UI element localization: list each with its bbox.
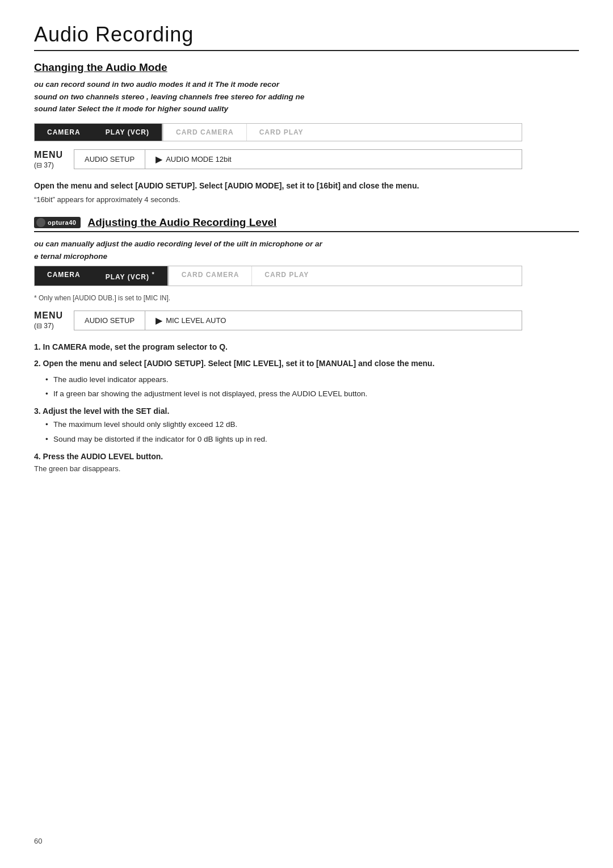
section2-intro: ou can manually adjust the audio recordi…: [34, 238, 579, 262]
section1-title: Changing the Audio Mode: [34, 61, 579, 74]
play-vcr-btn-2[interactable]: PLAY (VCR) *: [93, 266, 167, 286]
step-1: 1. In CAMERA mode, set the program selec…: [34, 341, 579, 353]
section1-note: “16bit” appears for approximately 4 seco…: [34, 195, 579, 204]
asterisk-marker: *: [152, 271, 154, 278]
optura-badge: optura40: [34, 217, 81, 228]
step-4: 4. Press the AUDIO LEVEL button.: [34, 452, 579, 461]
camera-btn-1[interactable]: CAMERA: [35, 124, 93, 141]
menu-table-2: AUDIO SETUP ▶ MIC LEVEL AUTO: [74, 311, 522, 330]
mode-selector-2: CAMERA PLAY (VCR) * CARD CAMERA CARD PLA…: [34, 266, 522, 286]
bullet-2-2: If a green bar showing the adjustment le…: [45, 388, 579, 400]
step4-note: The green bar disappears.: [34, 464, 579, 473]
menu-cell-2b: ▶ MIC LEVEL AUTO: [145, 311, 236, 330]
card-play-btn-2[interactable]: CARD PLAY: [251, 266, 321, 286]
play-vcr-btn-1[interactable]: PLAY (VCR): [93, 124, 162, 141]
card-camera-btn-2[interactable]: CARD CAMERA: [169, 266, 252, 286]
camera-btn-2[interactable]: CAMERA: [35, 266, 93, 286]
optura-badge-text: optura40: [48, 219, 76, 226]
section1-instruction: Open the menu and select [AUDIO SETUP]. …: [34, 180, 579, 192]
title-divider: [34, 50, 579, 51]
menu-label-2: MENU (⊟ 37): [34, 310, 74, 330]
menu-cell-1a: AUDIO SETUP: [74, 150, 145, 169]
step2-bullets: The audio level indicator appears. If a …: [45, 374, 579, 400]
card-camera-btn-1[interactable]: CARD CAMERA: [163, 124, 246, 141]
section1-intro: ou can record sound in two audio modes i…: [34, 78, 579, 115]
bullet-3-1: The maximum level should only slightly e…: [45, 419, 579, 430]
footnote-text: * Only when [AUDIO DUB.] is set to [MIC …: [34, 294, 579, 302]
optura-circle-icon: [36, 218, 45, 227]
page-title: Audio Recording: [34, 23, 579, 47]
menu-label-1: MENU (⊟ 37): [34, 149, 74, 170]
menu-arrow-1: ▶: [156, 154, 162, 165]
step-3: 3. Adjust the level with the SET dial.: [34, 406, 579, 416]
menu-cell-2a: AUDIO SETUP: [74, 311, 145, 330]
section2-header: optura40 Adjusting the Audio Recording L…: [34, 216, 579, 232]
mode-selector-1: CAMERA PLAY (VCR) CARD CAMERA CARD PLAY: [34, 123, 522, 141]
menu-row-1: MENU (⊟ 37) AUDIO SETUP ▶ AUDIO MODE 12b…: [34, 149, 522, 170]
step-2: 2. Open the menu and select [AUDIO SETUP…: [34, 358, 579, 370]
menu-cell-1b: ▶ AUDIO MODE 12bit: [145, 150, 242, 169]
bullet-2-1: The audio level indicator appears.: [45, 374, 579, 385]
menu-row-2: MENU (⊟ 37) AUDIO SETUP ▶ MIC LEVEL AUTO: [34, 310, 522, 330]
bullet-3-2: Sound may be distorted if the indicator …: [45, 434, 579, 445]
menu-arrow-2: ▶: [156, 315, 162, 326]
menu-table-1: AUDIO SETUP ▶ AUDIO MODE 12bit: [74, 149, 522, 169]
page-number: 60: [34, 837, 42, 845]
card-play-btn-1[interactable]: CARD PLAY: [246, 124, 316, 141]
section2-title: Adjusting the Audio Recording Level: [87, 216, 276, 229]
step3-bullets: The maximum level should only slightly e…: [45, 419, 579, 445]
